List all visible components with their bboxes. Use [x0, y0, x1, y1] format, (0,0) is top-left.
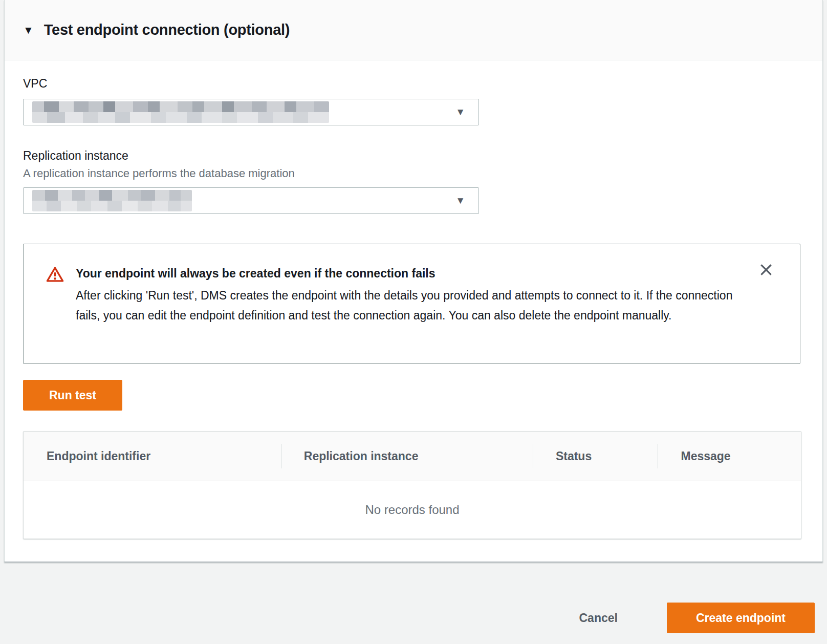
create-endpoint-button[interactable]: Create endpoint	[667, 603, 815, 633]
table-header-row: Endpoint identifier Replication instance…	[24, 432, 801, 481]
section-body: VPC ▼ Replication instance A replication…	[5, 60, 822, 562]
column-header-message: Message	[658, 432, 800, 481]
form-actions-footer: Cancel Create endpoint	[0, 562, 827, 633]
warning-alert: Your endpoint will always be created eve…	[23, 244, 800, 364]
warning-triangle-icon	[46, 266, 64, 285]
cancel-button[interactable]: Cancel	[554, 603, 642, 633]
replication-instance-label: Replication instance	[23, 149, 804, 163]
chevron-down-icon: ▼	[455, 196, 465, 205]
test-results-table: Endpoint identifier Replication instance…	[23, 431, 801, 539]
replication-instance-redacted-value	[32, 190, 192, 211]
chevron-down-icon: ▼	[455, 107, 465, 117]
warning-title: Your endpoint will always be created eve…	[76, 266, 738, 281]
warning-body: After clicking 'Run test', DMS creates t…	[76, 286, 738, 326]
replication-instance-select[interactable]: ▼	[23, 187, 479, 214]
close-icon[interactable]	[756, 260, 776, 280]
test-endpoint-connection-panel: ▼ Test endpoint connection (optional) VP…	[4, 0, 823, 562]
column-header-status: Status	[533, 432, 658, 481]
section-title: Test endpoint connection (optional)	[44, 22, 290, 38]
warning-text: Your endpoint will always be created eve…	[76, 266, 738, 326]
column-header-endpoint-identifier: Endpoint identifier	[24, 432, 281, 481]
section-header[interactable]: ▼ Test endpoint connection (optional)	[5, 0, 822, 60]
run-test-button[interactable]: Run test	[23, 380, 122, 411]
column-header-replication-instance: Replication instance	[281, 432, 533, 481]
empty-state-message: No records found	[24, 481, 801, 539]
vpc-redacted-value	[32, 101, 329, 123]
vpc-select[interactable]: ▼	[23, 99, 479, 125]
replication-instance-description: A replication instance performs the data…	[23, 167, 804, 180]
vpc-label: VPC	[23, 77, 804, 91]
collapse-triangle-icon[interactable]: ▼	[23, 25, 34, 35]
